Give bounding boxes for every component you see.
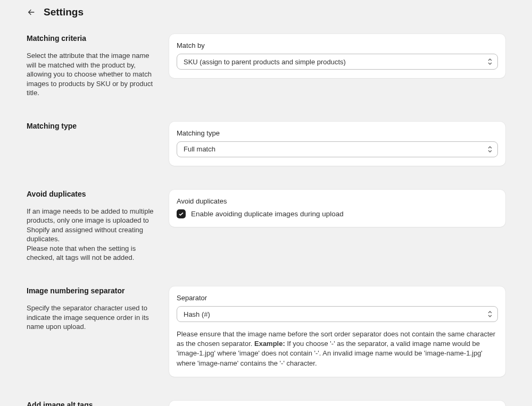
match-by-select[interactable]: SKU (assign to parent products and simpl…	[177, 54, 498, 70]
section-desc: If an image needs to be added to multipl…	[27, 207, 159, 263]
section-desc: Select the attribute that the image name…	[27, 51, 159, 98]
separator-select[interactable]: Hash (#)	[177, 306, 498, 322]
section-desc: Specify the separator character used to …	[27, 303, 159, 332]
section-separator: Image numbering separator Specify the se…	[27, 286, 505, 377]
section-matching-type: Matching type Matching type Full match	[27, 122, 505, 166]
select-value: Full match	[184, 145, 215, 153]
section-matching-criteria: Matching criteria Select the attribute t…	[27, 34, 505, 98]
updown-icon	[487, 146, 493, 153]
checkbox-label: Enable avoiding duplicate images during …	[191, 210, 344, 218]
card-matching-criteria: Match by SKU (assign to parent products …	[169, 34, 505, 78]
page-header: Settings	[27, 6, 505, 18]
select-value: SKU (assign to parent products and simpl…	[184, 58, 346, 66]
select-value: Hash (#)	[184, 310, 210, 318]
card-alt-tags: Based on No alt tags	[169, 401, 505, 406]
section-avoid-duplicates: Avoid duplicates If an image needs to be…	[27, 190, 505, 263]
helper-text: Please ensure that the image name before…	[177, 329, 498, 368]
back-arrow-icon[interactable]	[27, 7, 36, 17]
avoid-duplicates-checkbox[interactable]	[177, 209, 186, 218]
field-label: Avoid duplicates	[177, 197, 498, 205]
card-matching-type: Matching type Full match	[169, 122, 505, 166]
page-title: Settings	[44, 6, 84, 18]
updown-icon	[487, 311, 493, 317]
section-heading: Matching criteria	[27, 34, 159, 43]
section-alt-tags: Add image alt tags This setting enables …	[27, 401, 505, 406]
section-heading: Avoid duplicates	[27, 190, 159, 198]
updown-icon	[487, 58, 493, 65]
section-heading: Image numbering separator	[27, 286, 159, 295]
card-avoid-duplicates: Avoid duplicates Enable avoiding duplica…	[169, 190, 505, 227]
field-label: Separator	[177, 294, 498, 302]
field-label: Match by	[177, 41, 498, 49]
field-label: Matching type	[177, 129, 498, 137]
card-separator: Separator Hash (#) Please ensure that th…	[169, 286, 505, 377]
section-heading: Add image alt tags	[27, 401, 159, 406]
matching-type-select[interactable]: Full match	[177, 141, 498, 157]
section-heading: Matching type	[27, 122, 159, 130]
